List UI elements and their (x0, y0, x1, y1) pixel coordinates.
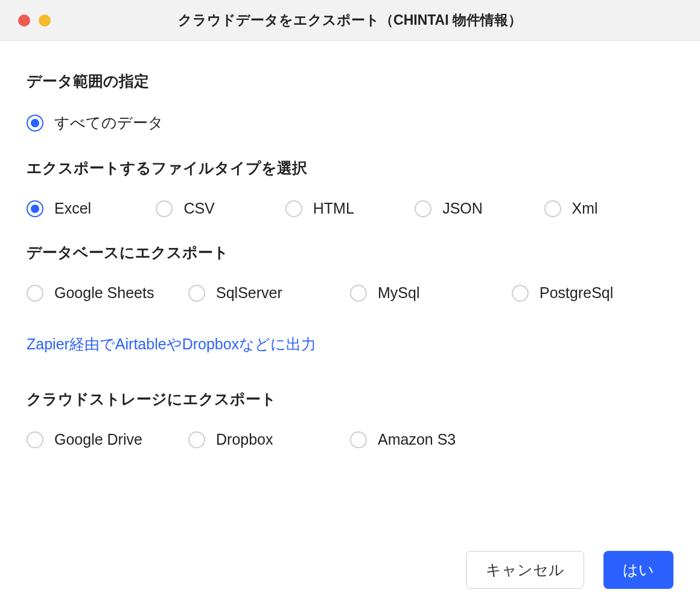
cancel-button[interactable]: キャンセル (466, 551, 584, 589)
cloud-storage-options: Google Drive Dropbox Amazon S3 (27, 431, 673, 448)
radio-amazon-s3[interactable]: Amazon S3 (350, 431, 512, 448)
radio-json[interactable]: JSON (415, 200, 544, 217)
confirm-button[interactable]: はい (603, 551, 673, 589)
radio-icon (188, 285, 205, 302)
section-cloud-storage: クラウドストレージにエクスポート Google Drive Dropbox Am… (27, 389, 673, 448)
radio-label: MySql (378, 284, 419, 302)
radio-label: HTML (313, 200, 354, 217)
radio-label: Excel (54, 200, 91, 217)
radio-icon (544, 200, 561, 217)
radio-postgresql[interactable]: PostgreSql (512, 284, 673, 302)
radio-label: JSON (442, 200, 483, 217)
section-header-database: データベースにエクスポート (27, 243, 673, 262)
radio-label: SqlServer (216, 284, 282, 302)
radio-icon (27, 115, 43, 132)
radio-csv[interactable]: CSV (156, 200, 285, 217)
section-data-range: データ範囲の指定 すべてのデータ (27, 71, 673, 133)
radio-icon (156, 200, 173, 217)
section-file-type: エクスポートするファイルタイプを選択 Excel CSV HTML JSON X… (27, 158, 673, 217)
radio-google-drive[interactable]: Google Drive (27, 431, 188, 448)
radio-label: すべてのデータ (54, 113, 164, 133)
radio-icon (350, 431, 367, 448)
radio-label: Google Drive (54, 431, 142, 448)
radio-label: Google Sheets (54, 284, 154, 302)
radio-excel[interactable]: Excel (27, 200, 156, 217)
dialog-footer: キャンセル はい (466, 551, 673, 589)
radio-icon (350, 285, 367, 302)
radio-icon (415, 200, 431, 217)
radio-icon (188, 431, 205, 448)
radio-label: PostgreSql (539, 284, 613, 302)
radio-html[interactable]: HTML (285, 200, 415, 217)
section-header-cloud-storage: クラウドストレージにエクスポート (27, 389, 673, 409)
radio-label: CSV (183, 200, 214, 217)
window-title: クラウドデータをエクスポート（CHINTAI 物件情報） (0, 11, 700, 30)
titlebar: クラウドデータをエクスポート（CHINTAI 物件情報） (0, 0, 700, 41)
radio-sqlserver[interactable]: SqlServer (188, 284, 350, 302)
radio-label: Dropbox (216, 431, 273, 448)
radio-google-sheets[interactable]: Google Sheets (27, 284, 188, 302)
radio-xml[interactable]: Xml (544, 200, 673, 217)
section-database: データベースにエクスポート Google Sheets SqlServer My… (27, 243, 673, 302)
radio-dropbox[interactable]: Dropbox (188, 431, 350, 448)
radio-icon (27, 285, 43, 302)
close-window-icon[interactable] (18, 14, 30, 27)
zapier-link[interactable]: Zapier経由でAirtableやDropboxなどに出力 (27, 334, 316, 354)
zapier-link-row: Zapier経由でAirtableやDropboxなどに出力 (27, 327, 673, 361)
radio-mysql[interactable]: MySql (350, 284, 512, 302)
dialog-content: データ範囲の指定 すべてのデータ エクスポートするファイルタイプを選択 Exce… (0, 41, 700, 448)
radio-label: Xml (572, 200, 598, 217)
radio-icon (512, 285, 529, 302)
section-header-data-range: データ範囲の指定 (27, 71, 673, 91)
minimize-window-icon[interactable] (39, 14, 51, 27)
file-type-options: Excel CSV HTML JSON Xml (27, 200, 673, 217)
radio-icon (27, 431, 43, 448)
traffic-lights (18, 14, 51, 27)
section-header-file-type: エクスポートするファイルタイプを選択 (27, 158, 673, 178)
radio-icon (285, 200, 302, 217)
database-options: Google Sheets SqlServer MySql PostgreSql (27, 284, 673, 302)
radio-label: Amazon S3 (378, 431, 456, 448)
radio-all-data[interactable]: すべてのデータ (27, 113, 673, 133)
radio-icon (27, 200, 43, 217)
